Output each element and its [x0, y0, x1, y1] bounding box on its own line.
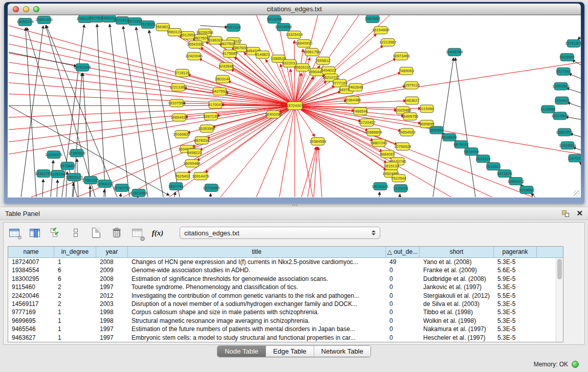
- table-cell[interactable]: 5.3E-5: [494, 258, 537, 266]
- table-row[interactable]: 2242004622012Investigating the contribut…: [8, 292, 556, 300]
- column-header-year[interactable]: year: [96, 247, 128, 257]
- table-cell[interactable]: Wolkin et al. (1998): [420, 317, 494, 325]
- float-panel-icon[interactable]: [562, 210, 569, 217]
- graph-edge-black[interactable]: [51, 160, 53, 197]
- table-cell[interactable]: 0: [386, 308, 420, 316]
- row-selection-icon[interactable]: [69, 226, 82, 239]
- table-cell[interactable]: 1998: [96, 317, 128, 325]
- table-cell[interactable]: Disruption of a novel member of a sodium…: [128, 300, 386, 308]
- table-cell[interactable]: Corpus callosum shape and size in male p…: [128, 308, 386, 316]
- graph-edge-black[interactable]: [9, 52, 77, 67]
- table-cell[interactable]: 9463627: [8, 334, 54, 342]
- tab-node-table[interactable]: Node Table: [217, 346, 266, 357]
- graph-edge-red[interactable]: [294, 40, 295, 106]
- graph-edge-black[interactable]: [123, 26, 148, 197]
- network-canvas[interactable]: 1405572420891406106532671527602646616110…: [8, 15, 581, 198]
- delete-table-icon[interactable]: ✕: [130, 226, 144, 239]
- table-cell[interactable]: 5.3E-5: [494, 300, 537, 308]
- table-cell[interactable]: Estimation of significance thresholds fo…: [128, 275, 386, 283]
- table-cell[interactable]: 0: [386, 266, 420, 274]
- tab-network-table[interactable]: Network Table: [314, 346, 371, 357]
- table-cell[interactable]: 1: [54, 325, 96, 333]
- table-cell[interactable]: Tourette syndrome. Phenomenology and cla…: [128, 283, 386, 291]
- graph-edge-black[interactable]: [210, 193, 211, 197]
- table-cell[interactable]: Embryonic stem cells: a model to study s…: [128, 334, 386, 342]
- table-cell[interactable]: 9699695: [8, 317, 54, 325]
- table-cell[interactable]: 18300295: [8, 275, 54, 283]
- table-cell[interactable]: 1997: [96, 283, 128, 291]
- graph-edge-black[interactable]: [90, 186, 90, 197]
- table-row[interactable]: 946362711997Embryonic stem cells: a mode…: [8, 334, 556, 342]
- graph-edge-black[interactable]: [567, 102, 581, 107]
- table-cell[interactable]: 0: [386, 275, 420, 283]
- graph-edge-black[interactable]: [62, 25, 84, 197]
- table-cell[interactable]: 18724007: [8, 258, 54, 266]
- resize-grip-icon[interactable]: [574, 190, 580, 196]
- table-cell[interactable]: Genome-wide association studies in ADHD.: [128, 266, 386, 274]
- table-cell[interactable]: 2008: [96, 275, 128, 283]
- close-panel-icon[interactable]: ✕: [576, 210, 583, 217]
- table-cell[interactable]: 19384554: [8, 266, 54, 274]
- table-cell[interactable]: 5.5E-5: [494, 292, 537, 300]
- table-cell[interactable]: 2003: [96, 300, 128, 308]
- table-cell[interactable]: 2: [54, 292, 96, 300]
- delete-rows-icon[interactable]: [110, 226, 123, 239]
- table-cell[interactable]: 5.3E-5: [494, 317, 537, 325]
- table-cell[interactable]: Hescheler et al. (1997): [420, 334, 494, 342]
- table-cell[interactable]: 6: [54, 275, 96, 283]
- table-cell[interactable]: 22420046: [8, 292, 54, 300]
- table-cell[interactable]: 0: [386, 300, 420, 308]
- column-header-short[interactable]: short: [420, 247, 494, 257]
- table-row[interactable]: 1456911722003Disruption of a novel membe…: [8, 300, 556, 308]
- minimize-window-icon[interactable]: [23, 6, 29, 12]
- column-header-in_degree[interactable]: in_degree: [54, 247, 96, 257]
- graph-edge-black[interactable]: [200, 26, 228, 27]
- table-row[interactable]: 1872400712008Changes of HCN gene express…: [8, 258, 556, 266]
- graph-edge-red[interactable]: [231, 69, 295, 105]
- graph-edge-black[interactable]: [569, 74, 581, 79]
- table-cell[interactable]: 2: [54, 300, 96, 308]
- table-cell[interactable]: 1: [54, 317, 96, 325]
- zoom-window-icon[interactable]: [33, 6, 39, 12]
- graph-edge-black[interactable]: [379, 192, 380, 197]
- column-header-out_de[interactable]: △ out_de...: [386, 247, 420, 257]
- table-cell[interactable]: 2008: [96, 258, 128, 266]
- graph-edge-black[interactable]: [566, 88, 581, 93]
- table-cell[interactable]: 2012: [96, 292, 128, 300]
- table-cell[interactable]: 6: [54, 266, 96, 274]
- table-cell[interactable]: 1: [54, 334, 96, 342]
- table-cell[interactable]: 5.3E-5: [494, 325, 537, 333]
- table-cell[interactable]: 49: [386, 258, 420, 266]
- show-column-icon[interactable]: [28, 226, 41, 239]
- table-row[interactable]: 911546021997Tourette syndrome. Phenomeno…: [8, 283, 556, 291]
- graph-edge-black[interactable]: [137, 197, 138, 198]
- graph-edge-black[interactable]: [400, 194, 400, 197]
- table-cell[interactable]: Estimation of the future numbers of pati…: [128, 325, 386, 333]
- column-header-pagerank[interactable]: pagerank: [494, 247, 537, 257]
- graph-edge-black[interactable]: [42, 179, 43, 197]
- table-row[interactable]: 969969511998Structural magnetic resonanc…: [8, 317, 556, 325]
- table-cell[interactable]: 9465546: [8, 325, 54, 333]
- table-cell[interactable]: 5.9E-5: [494, 275, 537, 283]
- create-table-icon[interactable]: [90, 226, 103, 239]
- table-cell[interactable]: 1: [54, 258, 96, 266]
- table-cell[interactable]: Investigating the contribution of common…: [128, 292, 386, 300]
- table-cell[interactable]: Franke et al. (2009): [420, 266, 494, 274]
- graph-edge-black[interactable]: [578, 37, 581, 39]
- tab-edge-table[interactable]: Edge Table: [266, 346, 314, 357]
- table-cell[interactable]: 1997: [96, 325, 128, 333]
- table-cell[interactable]: 9777169: [8, 308, 54, 316]
- table-cell[interactable]: Tibbo et al. (1998): [420, 308, 494, 316]
- table-row[interactable]: 1830029562008Estimation of significance …: [8, 275, 556, 283]
- close-window-icon[interactable]: [13, 6, 19, 12]
- graph-edge-red[interactable]: [184, 88, 295, 105]
- table-selector-dropdown[interactable]: citations_edges.txt: [180, 227, 380, 239]
- graph-edge-black[interactable]: [175, 192, 175, 197]
- table-cell[interactable]: 9115460: [8, 283, 54, 291]
- graph-edge-red[interactable]: [318, 147, 322, 197]
- table-cell[interactable]: 0: [386, 292, 420, 300]
- table-cell[interactable]: Changes of HCN gene expression and I(f) …: [128, 258, 386, 266]
- column-header-title[interactable]: title: [128, 247, 386, 257]
- table-cell[interactable]: 2: [54, 283, 96, 291]
- network-window-titlebar[interactable]: citations_edges.txt: [8, 4, 581, 15]
